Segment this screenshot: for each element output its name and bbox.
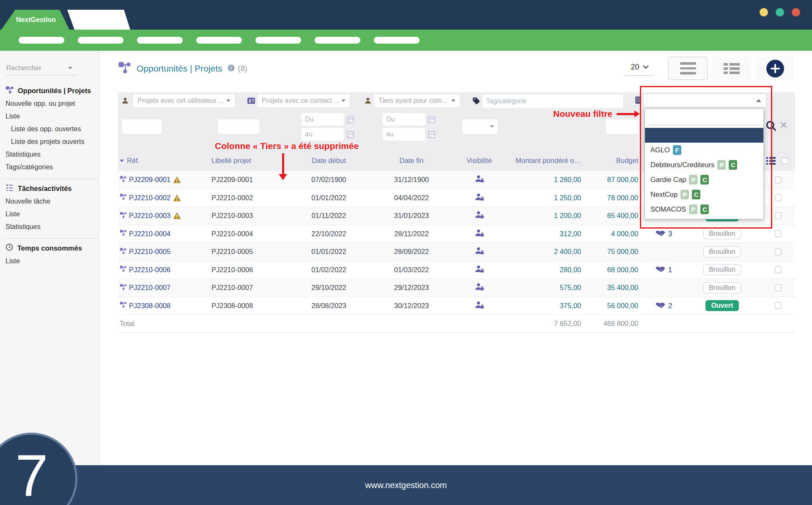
column-header-visibility[interactable]: Visibilité [446,157,505,165]
dropdown-option[interactable]: SOMACOSPC [645,202,763,217]
row-checkbox[interactable] [775,212,782,219]
project-ref-link[interactable]: PJ2210-0003 [129,212,170,220]
date-end: 31/12/1900 [366,176,446,184]
filter-tag-input[interactable] [483,94,623,108]
filter-end-to-input[interactable] [383,128,425,141]
dropdown-option[interactable]: AGLOF [645,143,763,157]
select-all-checkbox[interactable] [782,157,788,164]
list-view-button[interactable] [668,57,708,80]
info-icon[interactable] [228,64,235,73]
column-header-end[interactable]: Date fin [366,157,446,165]
dropdown-option-selected[interactable] [645,128,763,143]
nav-pill[interactable] [19,37,64,44]
column-header-montant[interactable]: Montant pondéré o… [505,157,584,165]
add-record-button[interactable] [755,57,795,80]
sidebar-item[interactable]: Statistiques [0,221,99,233]
calendar-icon[interactable] [347,116,354,123]
sidebar-item[interactable]: Statistiques [0,148,99,161]
footer-url: www.nextgestion.com [365,480,447,490]
sidebar-section-title[interactable]: Temps consommés [0,241,99,255]
table-row[interactable]: PJ2210-0004 PJ2210-0004 22/10/2022 28/11… [118,225,795,243]
column-header-ref[interactable]: Réf. [118,157,211,165]
filter-contact-select[interactable]: Projets avec ce contact ... [258,94,350,107]
sidebar-search-input[interactable]: Rechercher [5,63,76,75]
montant-value: 375,00 [505,302,584,310]
sidebar-item[interactable]: Liste [0,110,99,123]
nav-pill[interactable] [374,37,420,44]
row-checkbox[interactable] [775,194,782,201]
columns-config-icon[interactable] [766,157,776,165]
date-start: 01/01/2022 [292,248,366,256]
filter-label-input[interactable] [218,119,259,134]
dropdown-option[interactable]: NextCopPC [645,187,763,202]
row-checkbox[interactable] [775,302,782,309]
calendar-icon[interactable] [347,131,354,138]
column-header-start[interactable]: Date début [292,157,366,165]
table-row[interactable]: PJ2210-0005 PJ2210-0005 01/01/2022 28/09… [118,243,795,261]
clear-filters-icon[interactable]: × [780,118,787,132]
filter-user-select[interactable]: Projets avec cet utilisateur ... [133,94,235,107]
filter-end-from-input[interactable] [383,113,425,126]
filter-start-to-input[interactable] [302,128,344,141]
sort-desc-icon [120,160,124,162]
annotation-arrow-right [617,113,634,115]
sidebar-section-title[interactable]: Tâches/activités [0,182,99,195]
filter-tiers-select[interactable]: Tiers ayant pour com... [374,94,460,107]
filter-ref-input[interactable] [122,119,162,134]
dropdown-option[interactable]: Gardie CapPC [645,172,763,187]
date-end: 29/12/2023 [366,284,446,292]
project-label: PJ2210-0006 [211,266,292,274]
calendar-icon[interactable] [428,116,435,123]
grid-view-button[interactable] [712,57,751,80]
sidebar-item[interactable]: Tags/catégories [0,161,99,174]
budget-value: 65 400,00 [584,212,641,220]
column-header-budget[interactable]: Budget [584,157,641,165]
nav-pill[interactable] [78,37,123,44]
column-header-label[interactable]: Libellé projet [211,157,292,165]
project-ref-link[interactable]: PJ2210-0007 [129,284,170,292]
visibility-icon [475,211,484,221]
sidebar-section-title[interactable]: Opportunités | Projets [0,84,99,97]
date-start: 29/10/2022 [292,284,366,292]
row-checkbox[interactable] [775,230,782,237]
dropdown-option[interactable]: Debiteurs/CrediteursPC [645,157,763,172]
sidebar-item[interactable]: Liste [0,255,99,268]
table-row[interactable]: PJ2210-0007 PJ2210-0007 29/10/2022 29/12… [118,279,795,297]
brand-logo-tab: NextGestion [1,10,71,30]
table-row[interactable]: PJ2308-0008 PJ2308-0008 28/08/2023 30/12… [118,297,795,315]
sidebar-item[interactable]: Liste [0,208,99,221]
row-checkbox[interactable] [775,266,782,273]
nav-pill[interactable] [255,37,301,44]
dropdown-search-input[interactable] [649,112,759,125]
nav-pill[interactable] [137,37,183,44]
row-checkbox[interactable] [775,177,782,183]
row-checkbox[interactable] [775,284,782,291]
record-count: (8) [238,64,247,73]
sidebar-item[interactable]: Nouvelle tâche [0,195,99,208]
table-total-row: Total7 652,00468 800,00 [118,315,795,333]
nav-pill[interactable] [196,37,242,44]
filter-budget-input[interactable] [606,119,639,134]
calendar-icon[interactable] [428,131,435,138]
filter-visibility-select[interactable] [463,119,497,134]
sidebar-item[interactable]: Liste des opp. ouvertes [0,123,99,135]
project-ref-link[interactable]: PJ2210-0002 [129,194,170,202]
sidebar-item[interactable]: Nouvelle opp. ou projet [0,97,99,110]
table-row[interactable]: PJ2210-0006 PJ2210-0006 01/02/2022 01/03… [118,261,795,279]
project-ref-link[interactable]: PJ2308-0008 [129,302,170,310]
montant-value: 575,00 [505,284,584,292]
page-size-select[interactable]: 20 [625,63,655,76]
visibility-icon [475,247,484,257]
row-checkbox[interactable] [775,248,782,255]
filter-start-from-input[interactable] [302,113,344,126]
project-ref-link[interactable]: PJ2209-0001 [129,176,170,184]
new-filter-select[interactable] [643,94,767,108]
project-ref-link[interactable]: PJ2210-0006 [129,266,170,274]
project-ref-link[interactable]: PJ2210-0004 [129,230,170,238]
search-icon[interactable] [765,120,777,133]
project-ref-link[interactable]: PJ2210-0005 [129,248,170,256]
nav-pill[interactable] [315,37,360,44]
sidebar-item[interactable]: Liste des projets ouverts [0,135,99,148]
date-end: 28/09/2022 [366,248,446,256]
date-end: 31/01/2023 [366,212,446,220]
